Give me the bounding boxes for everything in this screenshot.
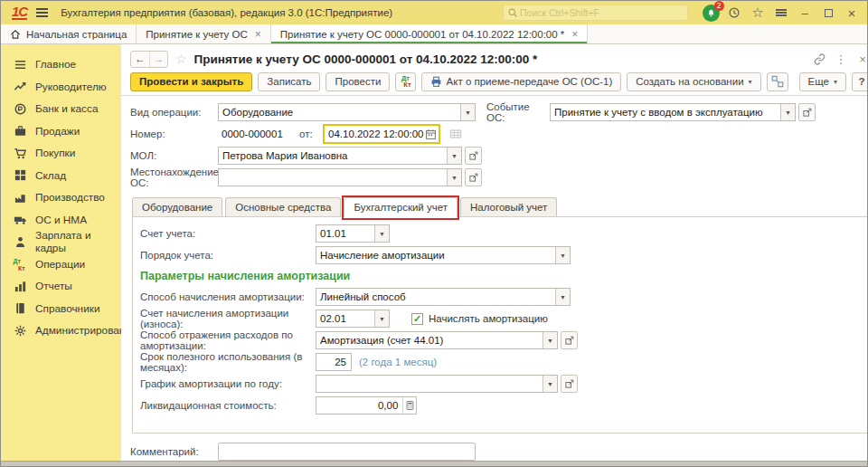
notifications-icon[interactable]: 2 [701,4,721,22]
tab-osnovnye-sredstva[interactable]: Основные средства [225,197,341,216]
more-button[interactable]: Еще ▾ [799,72,846,91]
mol-combobox[interactable]: Петрова Мария Ивановна ▼ [218,147,462,165]
dropdown-icon[interactable]: ▼ [374,310,389,327]
journal-grid-icon[interactable] [447,126,464,143]
dropdown-icon[interactable]: ▼ [460,104,475,120]
sidebar-item-bank-kassa[interactable]: Банк и касса [1,98,121,120]
dropdown-icon[interactable]: ▼ [780,104,795,120]
sidebar-item-zarplata-kadry[interactable]: Зарплата и кадры [1,231,121,253]
input-value: 0,00 [316,400,402,411]
dropdown-arrow-icon: ▾ [834,78,837,86]
close-tab-icon[interactable]: × [571,28,578,41]
field-label: Срок полезного использования (в месяцах)… [140,351,316,373]
navigation-buttons: ← → [130,51,168,68]
favorites-star-icon[interactable]: ☆ [748,4,768,22]
depreciation-schedule-combobox[interactable]: ▼ [316,375,558,393]
comment-input[interactable] [218,443,476,461]
document-date-field[interactable] [323,124,440,144]
close-form-icon[interactable]: × [854,51,868,67]
related-documents-button[interactable] [767,72,788,91]
global-search[interactable] [503,5,688,21]
post-button[interactable]: Провести [326,72,390,91]
tab-document-form[interactable]: Принятие к учету ОС 0000-000001 от 04.10… [271,24,589,43]
tab-nalogovyy-uchet[interactable]: Налоговый учет [460,197,557,216]
calendar-icon[interactable] [425,129,437,140]
sidebar-item-glavnoe[interactable]: Главное [1,53,121,76]
sidebar-item-spravochniki[interactable]: Справочники [1,298,121,320]
sidebar-item-otchety[interactable]: Отчеты [1,275,121,298]
get-link-icon[interactable] [810,51,828,67]
sidebar-item-proizvodstvo[interactable]: Производство [1,186,121,209]
forward-button[interactable]: → [149,52,167,67]
tab-oborudovanie[interactable]: Оборудование [132,197,222,216]
depreciation-method-combobox[interactable]: Линейный способ ▼ [316,288,571,306]
accounting-order-combobox[interactable]: Начисление амортизации ▼ [316,246,571,264]
liquidation-value-input[interactable]: 0,00 [316,396,417,415]
date-input[interactable] [328,129,425,139]
open-link-icon[interactable] [465,168,482,186]
main-menu-icon[interactable] [36,8,48,17]
sidebar-item-administrirovanie[interactable]: Администрирование [1,319,121,342]
sidebar-item-label: Операции [35,258,85,271]
useful-life-input[interactable]: 25 [316,353,352,371]
search-input[interactable] [518,6,684,19]
sidebar-item-label: Справочники [35,302,99,315]
sidebar-item-sklad[interactable]: Склад [1,165,121,187]
tab-document-list[interactable]: Принятие к учету ОС × [137,24,271,43]
factory-icon [13,190,27,205]
button-label: Еще [808,76,829,87]
open-link-icon[interactable] [465,147,482,165]
field-label: Ликвидационная стоимость: [140,400,316,411]
account-combobox[interactable]: 01.01 ▼ [316,224,390,243]
sidebar-item-prodazhi[interactable]: Продажи [1,120,121,143]
sidebar-item-rukovoditelyu[interactable]: Руководителю [1,76,121,99]
sidebar-item-os-nma[interactable]: ОС и НМА [1,209,121,232]
maximize-icon[interactable] [818,4,838,22]
document-number[interactable]: 0000-000001 [218,129,299,139]
dropdown-icon[interactable]: ▼ [555,247,570,263]
dtkt-icon: ДтКт [13,257,27,272]
more-menu-icon[interactable]: ⋮ [832,51,850,67]
sidebar-item-pokupki[interactable]: Покупки [1,142,121,165]
open-link-icon[interactable] [798,103,816,121]
expense-reflection-combobox[interactable]: Амортизация (счет 44.01) ▼ [316,331,558,349]
briefcase-icon [13,124,27,138]
favorite-star-icon[interactable]: ☆ [175,52,187,66]
print-act-button[interactable]: Акт о приеме-передаче ОС (ОС-1) [421,72,622,91]
os-event-combobox[interactable]: Принятие к учету с вводом в эксплуатацию… [550,103,796,121]
sidebar-item-label: Покупки [35,147,75,159]
dropdown-icon[interactable]: ▼ [542,376,557,392]
create-based-button[interactable]: Создать на основании ▾ [627,72,760,91]
dropdown-icon[interactable]: ▼ [374,225,389,242]
back-button[interactable]: ← [131,52,149,67]
dropdown-icon[interactable]: ▼ [447,169,461,186]
tab-home[interactable]: Начальная страница [1,24,137,43]
dropdown-icon[interactable]: ▼ [447,148,461,164]
close-tab-icon[interactable]: × [255,28,261,41]
service-menu-icon[interactable] [771,4,791,22]
tab-bar: Начальная страница Принятие к учету ОС ×… [1,24,867,44]
calculator-icon[interactable] [402,397,416,414]
save-button[interactable]: Записать [258,72,320,91]
close-window-icon[interactable]: × [842,4,862,22]
person-icon [13,234,27,249]
help-button[interactable]: ? [852,72,868,91]
post-and-close-button[interactable]: Провести и закрыть [130,72,252,91]
dropdown-icon[interactable]: ▼ [555,289,570,305]
show-postings-button[interactable]: ДтКт [395,72,415,91]
history-icon[interactable] [724,4,744,22]
document-form: ← → ☆ Принятие к учету ОС 0000-000001 от… [121,44,868,461]
tab-buhgalterskiy-uchet[interactable]: Бухгалтерский учет [344,197,458,217]
accrue-depreciation-checkbox[interactable]: ✓ Начислять амортизацию [411,313,548,325]
open-link-icon[interactable] [561,331,578,349]
field-label: Событие ОС: [486,101,550,123]
os-location-combobox[interactable]: ▼ [218,168,462,186]
sidebar-item-label: Производство [35,191,105,204]
sidebar-item-operacii[interactable]: ДтКт Операции [1,253,121,276]
minimize-icon[interactable]: – [795,4,815,22]
dropdown-icon[interactable]: ▼ [542,332,557,348]
title-bar: 1С Бухгалтерия предприятия (базовая), ре… [1,1,867,24]
open-link-icon[interactable] [561,375,578,393]
depreciation-account-combobox[interactable]: 02.01 ▼ [316,310,390,328]
operation-type-combobox[interactable]: Оборудование ▼ [218,103,476,121]
